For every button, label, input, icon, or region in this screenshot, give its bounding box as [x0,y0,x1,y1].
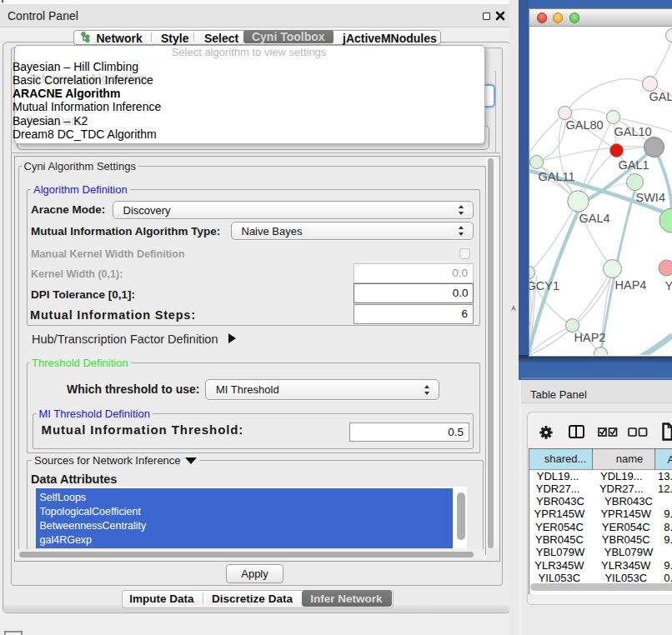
svg-text:Y: Y [664,278,672,292]
svg-text:GAL10: GAL10 [614,124,651,138]
svg-text:GAL1: GAL1 [618,158,649,171]
svg-text:GAL80: GAL80 [565,118,603,131]
svg-text:GAL11: GAL11 [538,169,574,182]
svg-text:HAP4: HAP4 [614,278,646,291]
svg-text:HAP2: HAP2 [574,330,605,343]
svg-text:GAL4: GAL4 [579,211,609,224]
svg-text:SWI4: SWI4 [635,190,664,203]
svg-text:GAL2: GAL2 [649,89,672,102]
svg-text:GCY1: GCY1 [529,278,559,292]
